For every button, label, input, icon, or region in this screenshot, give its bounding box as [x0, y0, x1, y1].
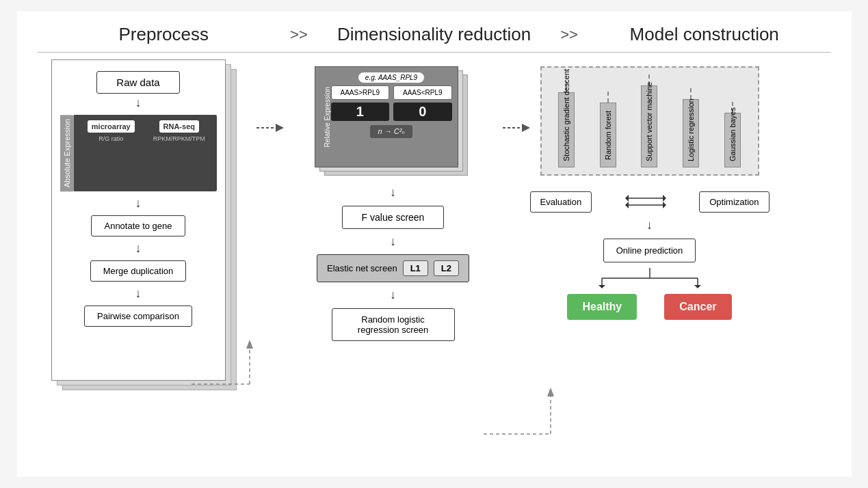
preprocess-section: Raw data ↓ Absolute Expression microarra… [31, 59, 257, 394]
fvalue-box: F value screen [342, 206, 445, 229]
rel-expr-label: Relative Expression [321, 87, 331, 147]
preprocess-title: Preprocess [119, 24, 209, 44]
microarray-sub: R/G ratio [98, 135, 123, 142]
model-col-2: Random forest [588, 74, 627, 167]
l1-btn[interactable]: L1 [403, 260, 428, 276]
flow-arrow-1: ↓ [390, 185, 396, 200]
random-lr-box: Random logistic regression screen [332, 308, 455, 341]
rnaseq-label: RNA-seq [159, 120, 199, 133]
cancer-label: Cancer [679, 301, 716, 312]
model-col-3: Support vector machine [630, 74, 669, 167]
arrow2: >> [553, 26, 585, 44]
svg-marker-4 [663, 195, 666, 202]
dashed-arrow-col2 [607, 92, 609, 103]
svg-marker-14 [694, 285, 701, 288]
preprocess-header: Preprocess [44, 24, 284, 45]
random-lr-label: Random logistic regression screen [358, 314, 428, 335]
abs-expr-container: Absolute Expression microarray R/G ratio… [60, 115, 217, 191]
model-col-1: Stochastic gradient descent [547, 74, 586, 167]
model-col-label-2: Random forest [600, 103, 616, 167]
healthy-box: Healthy [567, 294, 637, 320]
merge-box: Merge duplication [90, 260, 187, 282]
arrow-down-3: ↓ [135, 239, 142, 258]
svg-marker-5 [625, 195, 629, 202]
merge-label: Merge duplication [103, 266, 174, 276]
aaas-gt-label: AAAS>RPL9 [331, 85, 390, 100]
connector-2 [503, 114, 530, 141]
bidir-arrow-svg [625, 188, 666, 215]
model-header: Model construction [585, 24, 824, 45]
opt-box: Optimization [699, 191, 769, 213]
microarray-label: microarray [88, 120, 135, 133]
dashed-arrow-col4 [690, 88, 692, 99]
formula-box: n → C²ₙ [370, 125, 413, 138]
dimred-title: Dimensionality reduction [337, 24, 531, 44]
arrow-down-4: ↓ [135, 284, 142, 303]
cancer-box: Cancer [664, 294, 731, 320]
annotate-label: Annotate to gene [104, 221, 172, 231]
svg-marker-6 [663, 202, 666, 208]
stacked-pages: Raw data ↓ Absolute Expression microarra… [51, 59, 236, 394]
svg-marker-3 [522, 124, 530, 132]
dashed-box: Stochastic gradient descent Random fores… [540, 66, 759, 176]
expr-card-content: e.g. AAAS_RPL9 AAAS>RPL9 AAAS<RPL9 1 0 n… [331, 72, 452, 161]
l2-btn[interactable]: L2 [434, 260, 459, 276]
arrow1: >> [283, 26, 315, 44]
healthy-label: Healthy [582, 301, 622, 312]
rnaseq-col: RNA-seq RPKM/RPKM/TPM [147, 120, 211, 142]
model-col-label-3: Support vector machine [641, 85, 657, 167]
abs-expr-inner: microarray R/G ratio RNA-seq RPKM/RPKM/T… [74, 115, 217, 191]
opt-label: Optimization [709, 197, 759, 207]
aaas-lt-label: AAAS<RPL9 [393, 85, 452, 100]
model-col-5: Gaussian bayes [713, 74, 752, 167]
svg-marker-13 [599, 285, 605, 288]
pairwise-box: Pairwise comparison [84, 306, 192, 327]
model-col-label-4: Logistic regression [683, 99, 699, 167]
pairwise-label: Pairwise comparison [97, 311, 179, 321]
val-0: 0 [393, 103, 452, 121]
flow-arrow-model-1: ↓ [646, 218, 653, 233]
flow-arrow-3: ↓ [390, 288, 396, 303]
connector-arrow-svg-2 [503, 114, 530, 141]
expr-card-main: Relative Expression e.g. AAAS_RPL9 AAAS>… [315, 66, 458, 167]
eval-box: Evaluation [530, 191, 592, 213]
dimred-header: Dimensionality reduction [315, 24, 554, 45]
page-main: Raw data ↓ Absolute Expression microarra… [51, 59, 226, 381]
model-section: Stochastic gradient descent Random fores… [530, 59, 770, 320]
raw-data-box: Raw data [96, 71, 179, 94]
outcome-row: Healthy Cancer [567, 294, 731, 320]
arrow-down-1: ↓ [135, 94, 142, 112]
eg-label: e.g. AAAS_RPL9 [358, 72, 424, 83]
elastic-net-label: Elastic net screen [327, 263, 397, 273]
online-pred-label: Online prediction [616, 245, 683, 256]
elastic-net-box: Elastic net screen L1 L2 [317, 254, 469, 282]
model-col-label-5: Gaussian bayes [724, 113, 741, 167]
abs-expr-label: Absolute Expression [60, 115, 74, 191]
raw-data-label: Raw data [116, 77, 159, 88]
model-col-label-1: Stochastic gradient descent [558, 92, 575, 167]
online-pred-box: Online prediction [603, 239, 696, 262]
eval-label: Evaluation [540, 197, 582, 207]
val-1: 1 [331, 103, 390, 121]
svg-marker-1 [276, 124, 284, 132]
model-col-4: Logistic regression [672, 74, 711, 167]
dimred-section: Relative Expression e.g. AAAS_RPL9 AAAS>… [284, 59, 503, 347]
fvalue-label: F value screen [362, 212, 425, 223]
content-row: Raw data ↓ Absolute Expression microarra… [17, 53, 852, 476]
expr-cards: Relative Expression e.g. AAAS_RPL9 AAAS>… [315, 66, 472, 176]
header-row: Preprocess >> Dimensionality reduction >… [17, 12, 852, 52]
microarray-col: microarray R/G ratio [79, 120, 144, 142]
main-container: Preprocess >> Dimensionality reduction >… [17, 12, 852, 476]
expr-label-row: AAAS>RPL9 AAAS<RPL9 [331, 85, 452, 100]
connector-arrow-svg [257, 114, 284, 141]
expr-val-row: 1 0 [331, 103, 452, 121]
eval-opt-row: Evaluation Optimization [530, 188, 770, 215]
model-title: Model construction [630, 24, 779, 44]
connector-1 [257, 114, 284, 141]
rnaseq-sub: RPKM/RPKM/TPM [153, 135, 205, 142]
flow-arrow-2: ↓ [390, 234, 396, 249]
svg-marker-7 [625, 202, 629, 208]
arrow-down-2: ↓ [135, 194, 142, 213]
annotate-box: Annotate to gene [91, 215, 185, 236]
outcome-arrows-svg [581, 268, 718, 288]
